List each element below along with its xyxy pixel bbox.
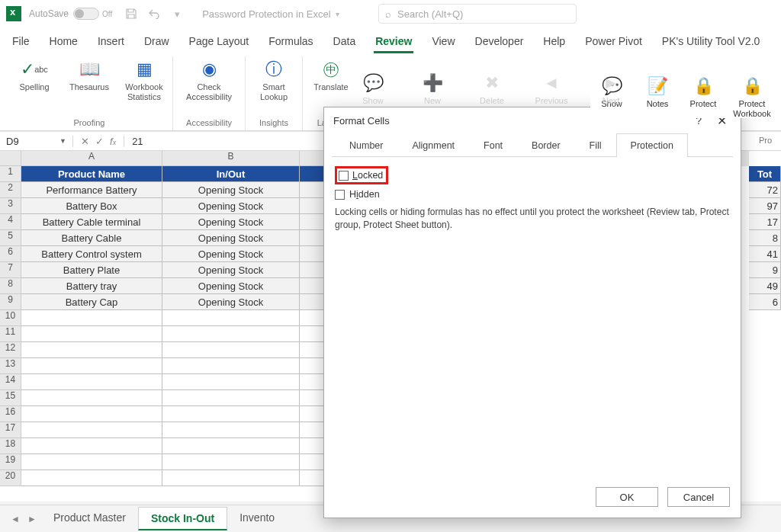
show-button[interactable]: 💬Show xyxy=(593,73,630,118)
col-header-b[interactable]: B xyxy=(162,151,300,166)
cell[interactable] xyxy=(162,438,300,454)
sheet-nav-prev-icon[interactable]: ◄ xyxy=(8,514,23,524)
cell[interactable] xyxy=(162,374,300,390)
autosave-toggle[interactable] xyxy=(73,8,99,20)
row-header[interactable]: 7 xyxy=(0,262,21,278)
row-header[interactable]: 14 xyxy=(0,374,21,390)
cell[interactable]: Battery Cap xyxy=(21,294,162,310)
cell[interactable]: Battery Box xyxy=(21,198,162,214)
row-header[interactable]: 18 xyxy=(0,438,21,454)
cell[interactable] xyxy=(21,374,162,390)
total-cell[interactable]: 41 xyxy=(749,246,781,262)
row-header[interactable]: 16 xyxy=(0,406,21,422)
protect-button[interactable]: 🔒Protect xyxy=(685,73,722,118)
smart-lookup-button[interactable]: ⓘSmart Lookup xyxy=(252,56,296,117)
menu-tab-pk-s-utility-tool-v2-0[interactable]: PK's Utility Tool V2.0 xyxy=(660,30,761,53)
row-header[interactable]: 15 xyxy=(0,390,21,406)
cell[interactable] xyxy=(21,422,162,438)
cell[interactable] xyxy=(21,390,162,406)
total-cell[interactable]: 72 xyxy=(749,182,781,198)
total-cell[interactable]: 97 xyxy=(749,198,781,214)
row-header[interactable]: 10 xyxy=(0,310,21,326)
dialog-tab-border[interactable]: Border xyxy=(517,133,575,157)
menu-tab-file[interactable]: File xyxy=(11,30,31,53)
namebox-dropdown-icon[interactable]: ▼ xyxy=(59,137,66,145)
cell[interactable]: Opening Stock xyxy=(162,214,300,230)
row-header[interactable]: 8 xyxy=(0,278,21,294)
cell[interactable]: Opening Stock xyxy=(162,230,300,246)
cell[interactable] xyxy=(162,454,300,470)
total-cell[interactable]: 49 xyxy=(749,278,781,294)
thesaurus-button[interactable]: 📖Thesaurus xyxy=(67,56,111,117)
name-box[interactable]: D9 ▼ xyxy=(0,136,73,147)
cell[interactable] xyxy=(21,438,162,454)
formula-value[interactable]: 21 xyxy=(124,136,150,147)
locked-checkbox[interactable] xyxy=(339,171,349,181)
total-cell[interactable]: 17 xyxy=(749,214,781,230)
menu-tab-insert[interactable]: Insert xyxy=(96,30,126,53)
spelling-button[interactable]: ✓abcSpelling xyxy=(12,56,56,117)
cell[interactable] xyxy=(162,342,300,358)
row-header[interactable]: 13 xyxy=(0,358,21,374)
menu-tab-developer[interactable]: Developer xyxy=(474,30,525,53)
sheet-tab-product-master[interactable]: Product Master xyxy=(41,507,138,530)
cancel-button[interactable]: Cancel xyxy=(667,487,730,507)
col-header-a[interactable]: A xyxy=(21,151,162,166)
cell[interactable]: Battery Control system xyxy=(21,246,162,262)
cell[interactable]: Opening Stock xyxy=(162,246,300,262)
cell[interactable] xyxy=(162,358,300,374)
cancel-formula-icon[interactable]: ✕ xyxy=(81,136,89,147)
cell[interactable] xyxy=(21,326,162,342)
cell[interactable] xyxy=(21,342,162,358)
menu-tab-power-pivot[interactable]: Power Pivot xyxy=(583,30,644,53)
fx-icon[interactable]: fx xyxy=(110,136,116,147)
row-header[interactable]: 4 xyxy=(0,214,21,230)
cell[interactable] xyxy=(21,358,162,374)
row-header[interactable]: 3 xyxy=(0,198,21,214)
cell[interactable]: Opening Stock xyxy=(162,294,300,310)
cell[interactable] xyxy=(21,406,162,422)
menu-tab-formulas[interactable]: Formulas xyxy=(267,30,314,53)
row-header[interactable]: 9 xyxy=(0,294,21,310)
notes-button[interactable]: 📝Notes xyxy=(639,73,676,118)
row-header[interactable]: 20 xyxy=(0,470,21,486)
total-cell[interactable]: 8 xyxy=(749,230,781,246)
total-cell[interactable]: 6 xyxy=(749,294,781,310)
cell[interactable] xyxy=(21,454,162,470)
total-cell[interactable]: 9 xyxy=(749,262,781,278)
workbook-stats-button[interactable]: ▦Workbook Statistics xyxy=(122,56,166,117)
row-header[interactable]: 5 xyxy=(0,230,21,246)
search-input[interactable]: ⌕ Search (Alt+Q) xyxy=(378,4,577,24)
enter-formula-icon[interactable]: ✓ xyxy=(95,136,104,147)
menu-tab-page-layout[interactable]: Page Layout xyxy=(188,30,251,53)
cell[interactable]: Battery Plate xyxy=(21,262,162,278)
protect-workbook-button[interactable]: 🔒Protect Workbook xyxy=(731,73,773,118)
sheet-nav-next-icon[interactable]: ► xyxy=(24,514,40,524)
cell[interactable] xyxy=(162,390,300,406)
menu-tab-review[interactable]: Review xyxy=(374,30,413,53)
menu-tab-data[interactable]: Data xyxy=(332,30,358,53)
cell[interactable]: Opening Stock xyxy=(162,262,300,278)
cell[interactable]: Product Name xyxy=(21,166,162,182)
cell[interactable]: Opening Stock xyxy=(162,182,300,198)
cell[interactable]: Opening Stock xyxy=(162,198,300,214)
menu-tab-view[interactable]: View xyxy=(430,30,456,53)
cell[interactable] xyxy=(162,422,300,438)
cell[interactable]: Battery Cable xyxy=(21,230,162,246)
cell[interactable]: Battery Cable terminal xyxy=(21,214,162,230)
cell[interactable]: Performance Battery xyxy=(21,182,162,198)
dialog-tab-protection[interactable]: Protection xyxy=(616,133,688,157)
dialog-tab-number[interactable]: Number xyxy=(335,133,397,157)
cell[interactable] xyxy=(21,310,162,326)
menu-tab-home[interactable]: Home xyxy=(48,30,79,53)
row-header[interactable]: 12 xyxy=(0,342,21,358)
cell[interactable]: In/Out xyxy=(162,166,300,182)
dialog-tab-font[interactable]: Font xyxy=(469,133,517,157)
menu-tab-draw[interactable]: Draw xyxy=(143,30,171,53)
dialog-tab-fill[interactable]: Fill xyxy=(575,133,616,157)
row-header[interactable]: 17 xyxy=(0,422,21,438)
check-accessibility-button[interactable]: ◉Check Accessibility xyxy=(179,56,239,117)
cell[interactable] xyxy=(21,470,162,486)
sheet-tab-stock-in-out[interactable]: Stock In-Out xyxy=(138,507,227,530)
row-header[interactable]: 1 xyxy=(0,166,21,182)
